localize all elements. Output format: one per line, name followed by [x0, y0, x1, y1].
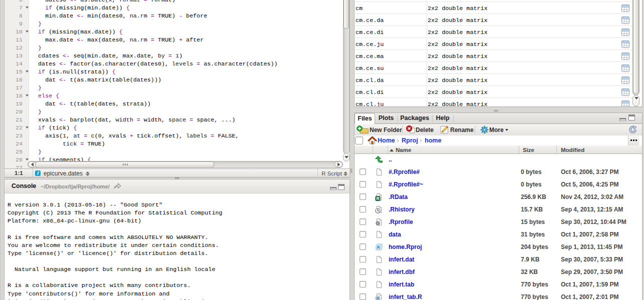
svg-text:R: R [376, 296, 379, 300]
svg-text:R: R [377, 245, 380, 250]
svg-text:R: R [376, 196, 379, 201]
